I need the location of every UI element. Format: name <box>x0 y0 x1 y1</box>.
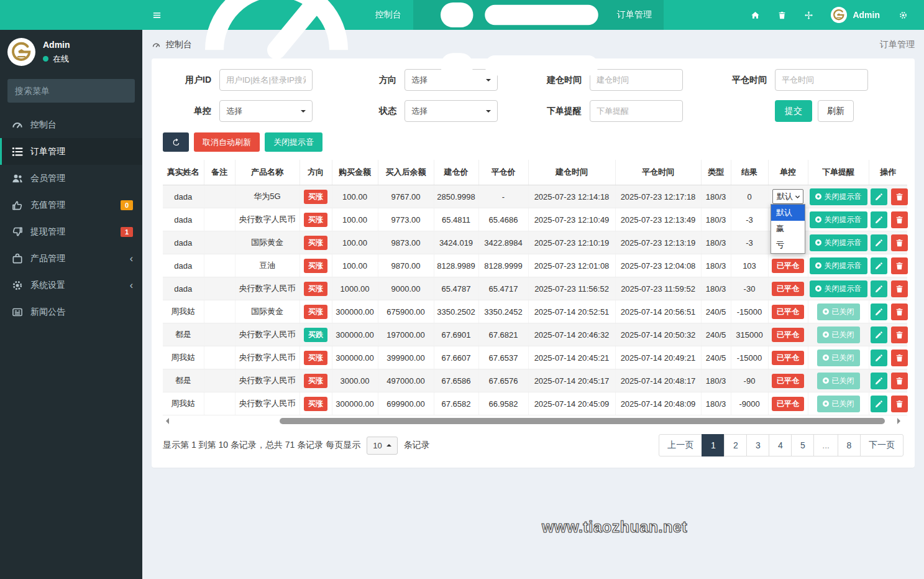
cell-result: 315000 <box>731 323 768 346</box>
fullscreen-button[interactable] <box>795 11 822 20</box>
tab-order-management[interactable]: 订单管理 <box>413 0 664 30</box>
records-info-text: 显示第 1 到第 10 条记录，总共 71 条记录 每页显示 <box>163 440 360 451</box>
sidebar-toggle-button[interactable] <box>142 0 172 30</box>
cell-type: 180/3 <box>701 185 731 208</box>
order-sound-button[interactable]: 已关闭 <box>817 327 860 343</box>
delete-button[interactable] <box>891 234 908 251</box>
control-select[interactable]: 默认 <box>772 189 803 204</box>
sidebar-item[interactable]: 订单管理 <box>0 138 142 165</box>
cell-name: 都是 <box>163 323 204 346</box>
cancel-auto-refresh-button[interactable]: 取消自动刷新 <box>194 132 260 152</box>
edit-button[interactable] <box>871 211 887 228</box>
page-button[interactable]: 2 <box>724 434 747 456</box>
order-sound-button[interactable]: 关闭提示音 <box>810 257 867 274</box>
column-header: 买入后余额 <box>378 160 434 185</box>
sidebar-item-label: 会员管理 <box>30 173 133 184</box>
delete-button[interactable] <box>891 257 908 274</box>
refresh-button[interactable]: 刷新 <box>818 100 854 122</box>
delete-button[interactable] <box>891 188 908 205</box>
cell-type: 180/3 <box>701 277 731 300</box>
pencil-icon <box>874 192 884 201</box>
page-button[interactable]: 8 <box>838 434 861 456</box>
cell-amount: 300000.00 <box>332 346 378 369</box>
edit-button[interactable] <box>871 188 887 205</box>
delete-button[interactable] <box>891 327 908 343</box>
order-sound-button[interactable]: 关闭提示音 <box>810 234 867 251</box>
edit-button[interactable] <box>871 396 887 412</box>
order-sound-button[interactable]: 已关闭 <box>817 396 860 412</box>
order-sound-button[interactable]: 已关闭 <box>817 303 860 320</box>
user-menu[interactable]: Admin <box>853 10 890 20</box>
delete-button[interactable] <box>891 280 908 297</box>
edit-button[interactable] <box>871 257 887 274</box>
cell-close_time: 2025-07-14 20:49:21 <box>615 346 701 369</box>
cell-amount: 100.00 <box>332 185 378 208</box>
tab-dashboard[interactable]: 控制台 <box>172 0 413 30</box>
settings-button[interactable] <box>890 11 917 20</box>
sidebar-item[interactable]: 充值管理0 <box>0 192 142 218</box>
scroll-left-arrow-icon[interactable] <box>163 418 169 424</box>
home-button[interactable] <box>742 11 769 20</box>
cell-type: 240/5 <box>701 323 731 346</box>
sidebar-item[interactable]: 控制台 <box>0 111 142 138</box>
sidebar-item-label: 订单管理 <box>30 146 133 157</box>
clear-button[interactable] <box>769 11 795 20</box>
edit-button[interactable] <box>871 280 887 297</box>
submit-button[interactable]: 提交 <box>775 100 812 122</box>
filter-input[interactable] <box>775 69 868 91</box>
sidebar-item[interactable]: 新闻公告 <box>0 299 142 325</box>
edit-button[interactable] <box>871 350 887 366</box>
delete-button[interactable] <box>891 211 908 228</box>
column-header: 备注 <box>204 160 235 185</box>
cell-product: 央行数字人民币 <box>235 346 300 369</box>
sidebar-item-label: 充值管理 <box>30 200 121 211</box>
column-header: 建仓价 <box>434 160 478 185</box>
delete-button[interactable] <box>891 373 908 389</box>
order-sound-label: 已关闭 <box>832 307 854 317</box>
page-size-select[interactable]: 10 <box>367 437 397 455</box>
horizontal-scrollbar[interactable] <box>163 417 903 425</box>
page-button[interactable]: 4 <box>769 434 792 456</box>
order-sound-button[interactable]: 关闭提示音 <box>810 188 867 205</box>
order-sound-button[interactable]: 已关闭 <box>817 350 860 366</box>
cell-remind: 已关闭 <box>808 300 869 323</box>
edit-button[interactable] <box>871 234 887 251</box>
page-button[interactable]: 5 <box>791 434 814 456</box>
dropdown-option[interactable]: 亏 <box>771 237 805 253</box>
page-button[interactable]: 上一页 <box>659 434 702 456</box>
edit-button[interactable] <box>871 373 887 389</box>
dropdown-option[interactable]: 赢 <box>771 221 805 237</box>
circle-icon <box>815 285 821 292</box>
table-row: 周我姑央行数字人民币买涨300000.00699900.0067.658266.… <box>163 392 907 415</box>
page-button[interactable]: 3 <box>746 434 769 456</box>
delete-button[interactable] <box>891 350 908 366</box>
cell-open_price: 65.4811 <box>434 208 478 231</box>
menu-search-input[interactable] <box>15 86 127 96</box>
delete-button[interactable] <box>891 396 908 412</box>
order-sound-button[interactable]: 关闭提示音 <box>810 211 867 228</box>
order-sound-button[interactable]: 已关闭 <box>817 373 860 389</box>
sidebar-item[interactable]: 提现管理1 <box>0 218 142 245</box>
avatar[interactable] <box>831 7 847 23</box>
cell-open_price: 67.6586 <box>434 369 478 392</box>
refresh-table-button[interactable] <box>163 132 189 152</box>
sidebar-item[interactable]: 会员管理 <box>0 165 142 192</box>
scroll-right-arrow-icon[interactable] <box>897 418 903 424</box>
cell-close_price: 8128.9999 <box>478 254 528 277</box>
page-button[interactable]: 下一页 <box>860 434 903 456</box>
edit-button[interactable] <box>871 303 887 320</box>
scrollbar-thumb[interactable] <box>280 418 885 424</box>
close-sound-button[interactable]: 关闭提示音 <box>265 132 322 152</box>
cell-direction: 买涨 <box>300 346 332 369</box>
scrollbar-track[interactable] <box>171 418 895 424</box>
page-button[interactable]: 1 <box>702 434 725 456</box>
edit-button[interactable] <box>871 327 887 343</box>
sidebar-item[interactable]: 系统设置‹ <box>0 272 142 299</box>
order-sound-button[interactable]: 关闭提示音 <box>810 280 867 297</box>
delete-button[interactable] <box>891 303 908 320</box>
sidebar-item[interactable]: 产品管理‹ <box>0 245 142 272</box>
search-icon[interactable] <box>127 86 135 96</box>
sidebar-menu: 控制台订单管理会员管理充值管理0提现管理1产品管理‹系统设置‹新闻公告 <box>0 111 142 325</box>
dropdown-option[interactable]: 默认 <box>771 205 805 221</box>
user-status: 在线 <box>43 53 70 65</box>
